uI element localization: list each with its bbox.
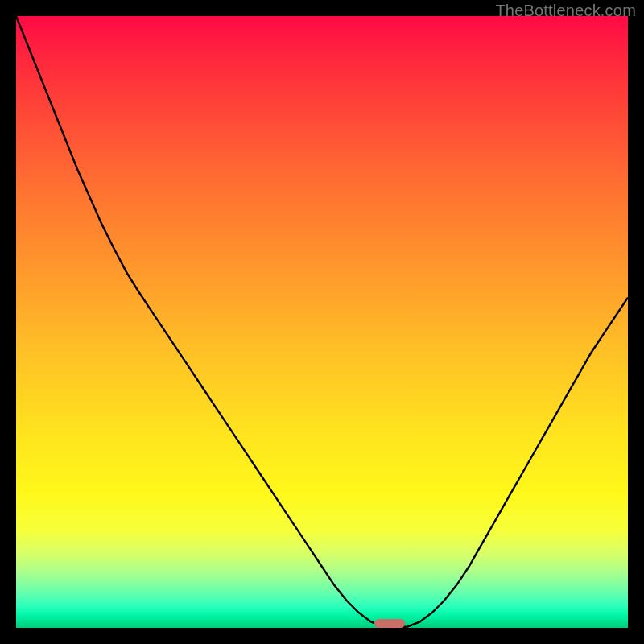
chart-frame: TheBottleneck.com	[0, 0, 644, 644]
optimal-zone-marker	[374, 619, 405, 628]
watermark-text: TheBottleneck.com	[495, 2, 636, 20]
plot-area	[16, 16, 628, 628]
curve-path	[16, 16, 628, 628]
bottleneck-curve	[16, 16, 628, 628]
